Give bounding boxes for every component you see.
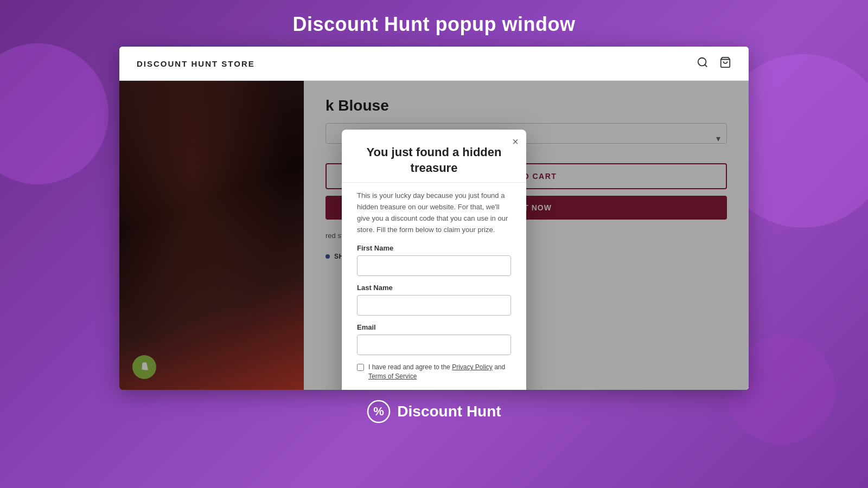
discount-hunt-logo-icon: % (367, 400, 391, 423)
email-input[interactable] (357, 335, 511, 355)
email-group: Email (357, 323, 511, 355)
svg-point-0 (698, 58, 706, 66)
modal-backdrop: × You just found a hidden treasure This … (119, 81, 749, 390)
page-title-bar: Discount Hunt popup window (0, 0, 868, 47)
svg-line-1 (705, 65, 707, 67)
modal-divider (342, 182, 526, 183)
cart-icon[interactable] (719, 56, 731, 70)
discount-modal: × You just found a hidden treasure This … (342, 130, 526, 390)
modal-title: You just found a hidden treasure (357, 145, 511, 176)
agree-checkbox[interactable] (357, 364, 364, 371)
modal-close-button[interactable]: × (512, 136, 519, 147)
terms-link[interactable]: Terms of Service (368, 373, 417, 380)
store-body: k Blouse ▾ ADD TO CART BUY IT NOW red st… (119, 81, 749, 390)
checkbox-row: I have read and agree to the Privacy Pol… (357, 363, 511, 381)
store-header-icons (697, 56, 731, 70)
email-label: Email (357, 323, 511, 331)
footer-logo: % Discount Hunt (367, 400, 501, 423)
last-name-input[interactable] (357, 295, 511, 316)
first-name-label: First Name (357, 244, 511, 252)
privacy-policy-link[interactable]: Privacy Policy (452, 363, 493, 371)
svg-text:%: % (374, 404, 385, 418)
checkbox-label[interactable]: I have read and agree to the Privacy Pol… (368, 363, 511, 381)
first-name-group: First Name (357, 244, 511, 276)
store-header: DISCOUNT HUNT STORE (119, 47, 749, 81)
browser-window: DISCOUNT HUNT STORE k Blouse (119, 47, 749, 390)
footer-bar: % Discount Hunt (0, 390, 868, 433)
modal-description: This is your lucky day because you just … (357, 190, 511, 235)
page-title: Discount Hunt popup window (0, 13, 868, 36)
last-name-label: Last Name (357, 284, 511, 292)
search-icon[interactable] (697, 56, 709, 70)
footer-brand-name: Discount Hunt (397, 403, 501, 420)
first-name-input[interactable] (357, 255, 511, 276)
last-name-group: Last Name (357, 284, 511, 316)
store-logo: DISCOUNT HUNT STORE (137, 59, 255, 68)
